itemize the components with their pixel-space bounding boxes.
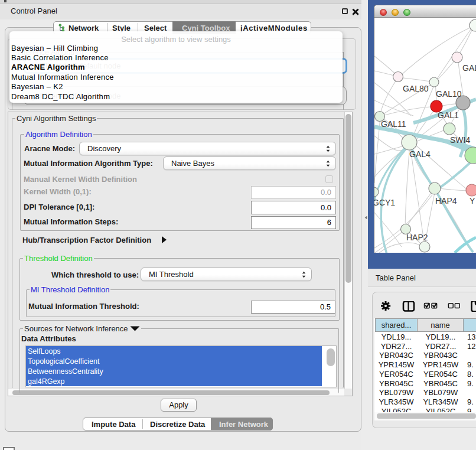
svg-text:GAL1: GAL1 bbox=[438, 110, 459, 120]
svg-text:GAL11: GAL11 bbox=[381, 119, 406, 129]
svg-text:SWI4: SWI4 bbox=[450, 135, 470, 145]
svg-text:GCY1: GCY1 bbox=[374, 198, 395, 207]
svg-text:GAL4: GAL4 bbox=[409, 149, 431, 159]
svg-text:GAL80: GAL80 bbox=[403, 84, 429, 93]
svg-text:GAL: GAL bbox=[462, 63, 476, 73]
svg-text:HAP4: HAP4 bbox=[435, 196, 457, 206]
svg-text:HAP2: HAP2 bbox=[406, 233, 428, 242]
svg-text:GAL10: GAL10 bbox=[436, 89, 462, 99]
svg-text:Y: Y bbox=[470, 196, 475, 206]
